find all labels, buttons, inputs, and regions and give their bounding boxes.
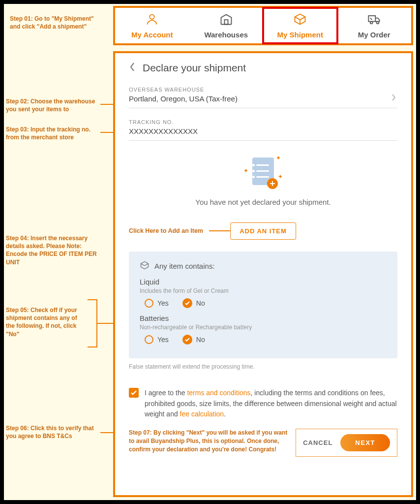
checklist-icon: ✦ ✦ ✦ xyxy=(250,156,276,187)
tab-warehouses[interactable]: Warehouses xyxy=(189,8,264,43)
agree-post: . xyxy=(224,410,226,418)
step-2-annotation: Step 02: Choose the warehouse you sent y… xyxy=(6,97,107,113)
declare-panel: Declare your shipment OVERSEAS WAREHOUSE… xyxy=(113,51,413,497)
tracking-field[interactable]: TRACKING NO. XXXXXXXXXXXXXX xyxy=(129,115,397,141)
batteries-no[interactable]: No xyxy=(182,335,205,345)
add-item-annotation: Click Here to Add an Item xyxy=(129,227,203,234)
tab-label: My Account xyxy=(131,31,173,39)
warehouse-field[interactable]: OVERSEAS WAREHOUSE Portland, Oregon, USA… xyxy=(129,83,397,108)
question-desc: Non-rechargeable or Rechargeable battery xyxy=(140,324,387,331)
agree-checkbox[interactable] xyxy=(129,388,139,398)
star-icon: ✦ xyxy=(276,155,281,161)
terms-link[interactable]: terms and conditions xyxy=(187,389,250,397)
question-label: Batteries xyxy=(140,314,387,322)
page-title: Declare your shipment xyxy=(143,62,246,74)
disclaimer-text: False statement will extend the processi… xyxy=(129,363,397,370)
svg-rect-1 xyxy=(224,20,228,24)
question-batteries: Batteries Non-rechargeable or Rechargeab… xyxy=(140,314,387,345)
canvas: Step 01: Go to "My Shipment" and click "… xyxy=(4,4,416,500)
step-4-annotation: Step 04: Insert the necessary details as… xyxy=(6,234,104,266)
main-column: My Account Warehouses xyxy=(113,4,416,500)
user-icon xyxy=(145,12,159,28)
nav-tabs: My Account Warehouses xyxy=(113,6,413,45)
actions-box: CANCEL NEXT xyxy=(296,429,397,457)
step-1-annotation: Step 01: Go to "My Shipment" and click "… xyxy=(10,15,108,31)
box-icon xyxy=(140,260,150,272)
tab-my-shipment[interactable]: My Shipment xyxy=(263,8,337,43)
batteries-yes[interactable]: Yes xyxy=(145,335,169,345)
option-label: Yes xyxy=(157,336,169,344)
svg-rect-2 xyxy=(368,16,375,22)
bracket-icon xyxy=(88,299,97,347)
step-5-annotation: Step 05: Check off if your shipment cont… xyxy=(6,306,85,338)
tracking-label: TRACKING NO. xyxy=(129,119,397,125)
liquid-no[interactable]: No xyxy=(182,298,205,308)
tab-my-order[interactable]: My Order xyxy=(337,8,412,43)
option-label: No xyxy=(196,299,205,307)
truck-icon xyxy=(367,12,381,28)
option-label: No xyxy=(196,336,205,344)
root-frame: Step 01: Go to "My Shipment" and click "… xyxy=(0,0,420,504)
fee-link[interactable]: fee calculation xyxy=(180,410,224,418)
warehouse-value: Portland, Oregon, USA (Tax-free) xyxy=(129,94,397,103)
star-icon: ✦ xyxy=(243,167,248,174)
annotation-column: Step 01: Go to "My Shipment" and click "… xyxy=(4,4,113,500)
svg-point-3 xyxy=(370,22,373,24)
svg-point-4 xyxy=(376,22,379,24)
step-6-annotation: Step 06: Click this to verify that you a… xyxy=(6,424,104,440)
question-desc: Includes the form of Gel or Cream xyxy=(140,287,387,294)
agree-text: I agree to the terms and conditions, inc… xyxy=(145,388,397,420)
radio-empty-icon xyxy=(145,335,153,344)
radio-checked-icon xyxy=(182,335,192,345)
chevron-right-icon xyxy=(391,94,396,103)
back-button[interactable] xyxy=(129,62,136,74)
liquid-yes[interactable]: Yes xyxy=(145,298,169,308)
agree-pre: I agree to the xyxy=(145,389,187,397)
step-7-annotation: Step 07: By clicking "Next" you will be … xyxy=(129,429,289,453)
box-icon xyxy=(293,12,307,28)
cancel-button[interactable]: CANCEL xyxy=(303,439,332,446)
add-item-row: Click Here to Add an Item ADD AN ITEM xyxy=(129,221,397,241)
card-title-row: Any item contains: xyxy=(140,260,387,272)
card-title: Any item contains: xyxy=(154,262,215,270)
add-item-button[interactable]: ADD AN ITEM xyxy=(230,222,296,240)
tab-label: My Order xyxy=(358,31,390,39)
next-button[interactable]: NEXT xyxy=(340,434,390,451)
empty-text: You have not yet declared your shipment. xyxy=(129,198,397,206)
tab-label: My Shipment xyxy=(277,31,323,39)
options-row: Yes No xyxy=(140,335,387,345)
warehouse-label: OVERSEAS WAREHOUSE xyxy=(129,87,397,93)
tracking-value: XXXXXXXXXXXXXX xyxy=(129,127,397,135)
star-icon: ✦ xyxy=(278,173,283,180)
warehouse-icon xyxy=(219,12,233,28)
footer-row: Step 07: By clicking "Next" you will be … xyxy=(129,429,397,457)
radio-checked-icon xyxy=(182,298,192,308)
tab-my-account[interactable]: My Account xyxy=(115,8,189,43)
options-row: Yes No xyxy=(140,298,387,308)
empty-state: ✦ ✦ ✦ You have not yet declared your shi… xyxy=(129,141,397,211)
question-label: Liquid xyxy=(140,278,387,286)
plus-icon xyxy=(267,178,278,189)
agree-row: I agree to the terms and conditions, inc… xyxy=(129,388,397,420)
question-liquid: Liquid Includes the form of Gel or Cream… xyxy=(140,278,387,308)
svg-point-0 xyxy=(150,15,154,19)
option-label: Yes xyxy=(157,299,169,307)
radio-empty-icon xyxy=(145,299,153,308)
contains-card: Any item contains: Liquid Includes the f… xyxy=(129,252,397,358)
tab-label: Warehouses xyxy=(204,31,248,39)
title-row: Declare your shipment xyxy=(129,62,397,74)
step-3-annotation: Step 03: Input the tracking no. from the… xyxy=(6,126,107,141)
